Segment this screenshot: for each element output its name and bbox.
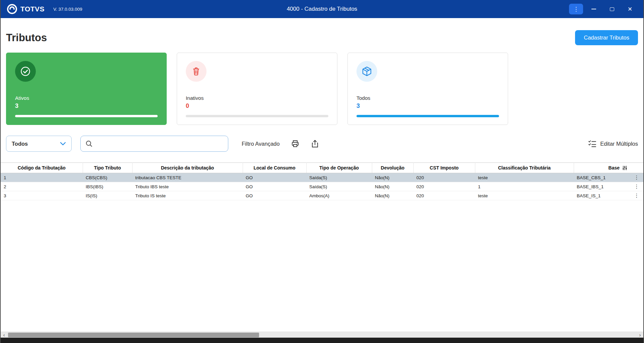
cell-classificacao: teste xyxy=(475,173,574,182)
cell-codigo: 2 xyxy=(1,182,83,191)
search-input[interactable] xyxy=(96,136,223,151)
cell-tipo-operacao: Saída(S) xyxy=(306,173,372,182)
table-row[interactable]: 3 IS(IS) Tributo IS teste GO Ambos(A) Nã… xyxy=(1,191,643,200)
table-row[interactable]: 1 CBS(CBS) tributacao CBS TESTE GO Saída… xyxy=(1,173,643,182)
card-inativos-progress xyxy=(186,115,328,117)
package-icon xyxy=(356,61,377,82)
scroll-left-icon[interactable]: ‹ xyxy=(1,332,7,338)
totvs-logo-icon xyxy=(7,4,17,14)
col-cst-imposto[interactable]: CST Imposto xyxy=(413,163,475,173)
main-content: Tributos Cadastrar Tributos Ativos 3 xyxy=(1,18,643,332)
col-local-consumo[interactable]: Local de Consumo xyxy=(243,163,306,173)
card-todos[interactable]: Todos 3 xyxy=(347,53,508,125)
cell-tipo-tributo: IBS(IBS) xyxy=(83,182,132,191)
tributos-grid: Código da Tributação Tipo Tributo Descri… xyxy=(1,162,643,200)
type-select-value: Todos xyxy=(12,141,28,147)
table-row[interactable]: 2 IBS(IBS) Tributo IBS teste GO Saída(S)… xyxy=(1,182,643,191)
cell-descricao: Tributo IS teste xyxy=(132,191,243,200)
cell-tipo-operacao: Ambos(A) xyxy=(306,191,372,200)
cell-base: BASE_IS_1 xyxy=(574,191,630,200)
cell-codigo: 1 xyxy=(1,173,83,182)
cell-cst-imposto: 020 xyxy=(413,182,475,191)
card-todos-label: Todos xyxy=(356,95,499,101)
page-header: Tributos Cadastrar Tributos xyxy=(6,30,638,45)
col-tipo-operacao[interactable]: Tipo de Operação xyxy=(306,163,372,173)
maximize-button[interactable] xyxy=(605,3,619,15)
cell-cst-imposto: 020 xyxy=(413,191,475,200)
type-select[interactable]: Todos xyxy=(6,136,72,152)
page-title: Tributos xyxy=(6,32,47,44)
window-bottom-edge xyxy=(1,338,643,343)
row-menu-icon[interactable]: ⋮ xyxy=(630,191,643,200)
badge-check-icon xyxy=(15,61,36,82)
card-ativos-progress xyxy=(15,115,158,117)
trash-icon xyxy=(186,61,207,82)
horizontal-scrollbar[interactable]: ‹ › xyxy=(1,332,643,338)
brand-text: TOTVS xyxy=(20,5,45,13)
checklist-icon xyxy=(588,140,596,147)
edit-multiple-button[interactable]: Editar Múltiplos xyxy=(588,140,638,147)
row-menu-icon[interactable]: ⋮ xyxy=(630,173,643,182)
cell-cst-imposto: 020 xyxy=(413,173,475,182)
cell-classificacao: teste xyxy=(475,191,574,200)
edit-multiple-label: Editar Múltiplos xyxy=(600,141,638,147)
column-settings-icon[interactable] xyxy=(622,165,627,170)
cell-base: BASE_IBS_1 xyxy=(574,182,630,191)
col-codigo-tributacao[interactable]: Código da Tributação xyxy=(1,163,83,173)
print-icon[interactable] xyxy=(291,139,300,148)
cell-tipo-operacao: Saída(S) xyxy=(306,182,372,191)
cell-tipo-tributo: IS(IS) xyxy=(83,191,132,200)
app-window: TOTVS V. 37.0.03.009 4000 - Cadastro de … xyxy=(0,0,644,343)
scrollbar-thumb[interactable] xyxy=(8,333,259,337)
grid-header-row: Código da Tributação Tipo Tributo Descri… xyxy=(1,163,643,173)
version-label: V. 37.0.03.009 xyxy=(53,7,82,12)
totvs-logo: TOTVS xyxy=(7,4,45,14)
row-menu-icon[interactable]: ⋮ xyxy=(630,182,643,191)
cell-local-consumo: GO xyxy=(243,191,306,200)
card-todos-count: 3 xyxy=(356,102,499,110)
card-ativos-label: Ativos xyxy=(15,95,158,101)
advanced-filter-link[interactable]: Filtro Avançado xyxy=(242,141,279,147)
cell-local-consumo: GO xyxy=(243,173,306,182)
card-inativos-label: Inativos xyxy=(186,95,328,101)
col-classificacao-tributaria[interactable]: Classificação Tributária xyxy=(475,163,574,173)
card-inativos-count: 0 xyxy=(186,102,328,110)
cell-descricao: tributacao CBS TESTE xyxy=(132,173,243,182)
minimize-button[interactable] xyxy=(586,3,601,15)
close-button[interactable]: ✕ xyxy=(623,3,637,15)
col-actions xyxy=(630,163,643,173)
filter-bar: Todos Filtro Avançado xyxy=(6,136,638,152)
cell-classificacao: 1 xyxy=(475,182,574,191)
maximize-icon xyxy=(610,7,614,11)
export-icon[interactable] xyxy=(311,139,319,148)
titlebar: TOTVS V. 37.0.03.009 4000 - Cadastro de … xyxy=(1,0,643,18)
card-inativos[interactable]: Inativos 0 xyxy=(177,53,337,125)
register-tributos-button[interactable]: Cadastrar Tributos xyxy=(575,30,638,45)
search-box xyxy=(80,136,228,152)
search-icon xyxy=(85,140,93,147)
chevron-down-icon xyxy=(60,142,66,146)
col-base[interactable]: Base xyxy=(574,163,630,173)
col-tipo-tributo[interactable]: Tipo Tributo xyxy=(83,163,132,173)
titlebar-menu-button[interactable]: ⋮ xyxy=(569,4,583,14)
col-descricao-tributacao[interactable]: Descrição da tributação xyxy=(132,163,243,173)
cell-descricao: Tributo IBS teste xyxy=(132,182,243,191)
cell-devolucao: Não(N) xyxy=(372,182,413,191)
cell-local-consumo: GO xyxy=(243,182,306,191)
card-ativos[interactable]: Ativos 3 xyxy=(6,53,167,125)
card-todos-progress xyxy=(356,115,499,117)
card-ativos-count: 3 xyxy=(15,102,158,110)
scroll-right-icon[interactable]: › xyxy=(637,332,643,338)
cell-base: BASE_CBS_1 xyxy=(574,173,630,182)
cell-devolucao: Não(N) xyxy=(372,191,413,200)
cell-tipo-tributo: CBS(CBS) xyxy=(83,173,132,182)
col-devolucao[interactable]: Devolução xyxy=(372,163,413,173)
cell-codigo: 3 xyxy=(1,191,83,200)
cell-devolucao: Não(N) xyxy=(372,173,413,182)
summary-cards: Ativos 3 Inativos xyxy=(6,53,638,125)
minimize-icon xyxy=(591,9,596,9)
window-title: 4000 - Cadastro de Tributos xyxy=(287,6,357,12)
window-controls: ⋮ ✕ xyxy=(569,3,637,15)
